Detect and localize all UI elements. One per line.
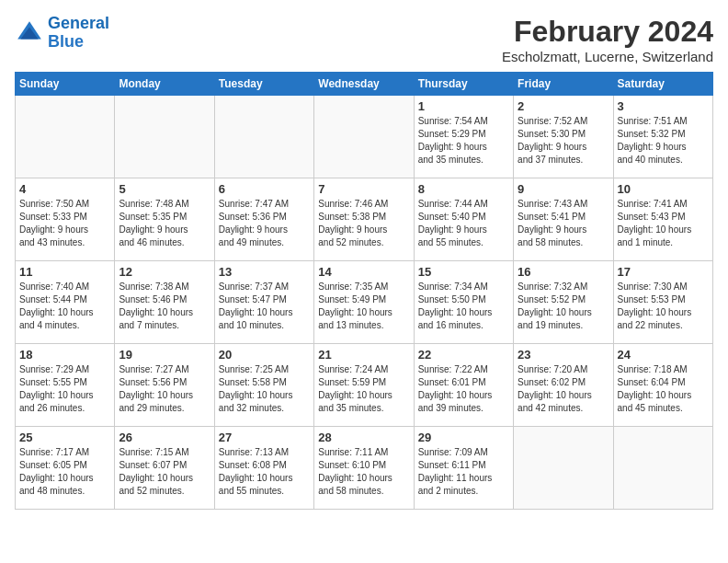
day-number: 23 <box>518 348 609 362</box>
header-day-monday: Monday <box>115 73 214 96</box>
day-info: Sunrise: 7:17 AM Sunset: 6:05 PM Dayligh… <box>19 446 110 498</box>
header-day-wednesday: Wednesday <box>314 73 414 96</box>
calendar-cell: 4Sunrise: 7:50 AM Sunset: 5:33 PM Daylig… <box>16 178 115 261</box>
week-row-5: 25Sunrise: 7:17 AM Sunset: 6:05 PM Dayli… <box>16 427 713 510</box>
calendar-cell: 14Sunrise: 7:35 AM Sunset: 5:49 PM Dayli… <box>314 261 414 344</box>
calendar-cell: 12Sunrise: 7:38 AM Sunset: 5:46 PM Dayli… <box>115 261 214 344</box>
day-info: Sunrise: 7:11 AM Sunset: 6:10 PM Dayligh… <box>318 446 409 498</box>
day-info: Sunrise: 7:52 AM Sunset: 5:30 PM Dayligh… <box>518 115 609 167</box>
day-number: 3 <box>618 99 709 113</box>
calendar-cell: 10Sunrise: 7:41 AM Sunset: 5:43 PM Dayli… <box>613 178 712 261</box>
day-info: Sunrise: 7:41 AM Sunset: 5:43 PM Dayligh… <box>618 198 709 249</box>
calendar-cell <box>214 96 313 178</box>
day-number: 17 <box>618 265 709 279</box>
week-row-3: 11Sunrise: 7:40 AM Sunset: 5:44 PM Dayli… <box>16 261 713 344</box>
week-row-2: 4Sunrise: 7:50 AM Sunset: 5:33 PM Daylig… <box>16 178 713 261</box>
calendar-cell <box>613 427 712 510</box>
day-info: Sunrise: 7:20 AM Sunset: 6:02 PM Dayligh… <box>518 363 609 415</box>
day-number: 18 <box>19 348 110 362</box>
day-info: Sunrise: 7:18 AM Sunset: 6:04 PM Dayligh… <box>618 363 709 415</box>
day-number: 12 <box>119 265 210 279</box>
day-number: 28 <box>318 431 409 444</box>
calendar-cell: 5Sunrise: 7:48 AM Sunset: 5:35 PM Daylig… <box>115 178 214 261</box>
day-info: Sunrise: 7:54 AM Sunset: 5:29 PM Dayligh… <box>418 115 509 167</box>
calendar-cell: 28Sunrise: 7:11 AM Sunset: 6:10 PM Dayli… <box>314 427 414 510</box>
week-row-1: 1Sunrise: 7:54 AM Sunset: 5:29 PM Daylig… <box>16 96 713 178</box>
day-number: 10 <box>618 182 709 196</box>
calendar-cell: 3Sunrise: 7:51 AM Sunset: 5:32 PM Daylig… <box>613 96 712 178</box>
calendar-cell <box>115 96 214 178</box>
day-number: 19 <box>119 348 210 362</box>
logo-icon <box>15 18 44 48</box>
calendar-cell <box>514 427 613 510</box>
calendar-cell: 19Sunrise: 7:27 AM Sunset: 5:56 PM Dayli… <box>115 344 214 427</box>
calendar-body: 1Sunrise: 7:54 AM Sunset: 5:29 PM Daylig… <box>16 96 713 510</box>
day-info: Sunrise: 7:22 AM Sunset: 6:01 PM Dayligh… <box>418 363 509 415</box>
day-info: Sunrise: 7:43 AM Sunset: 5:41 PM Dayligh… <box>518 198 609 249</box>
day-info: Sunrise: 7:09 AM Sunset: 6:11 PM Dayligh… <box>418 446 509 498</box>
day-number: 21 <box>318 348 409 362</box>
calendar-cell: 9Sunrise: 7:43 AM Sunset: 5:41 PM Daylig… <box>514 178 613 261</box>
logo: General Blue <box>15 15 109 52</box>
calendar-cell: 6Sunrise: 7:47 AM Sunset: 5:36 PM Daylig… <box>214 178 313 261</box>
day-info: Sunrise: 7:34 AM Sunset: 5:50 PM Dayligh… <box>418 281 509 332</box>
calendar-cell: 17Sunrise: 7:30 AM Sunset: 5:53 PM Dayli… <box>613 261 712 344</box>
header-day-sunday: Sunday <box>16 73 115 96</box>
day-info: Sunrise: 7:44 AM Sunset: 5:40 PM Dayligh… <box>418 198 509 249</box>
day-number: 14 <box>318 265 409 279</box>
day-number: 13 <box>219 265 310 279</box>
day-number: 4 <box>19 182 110 196</box>
calendar-header: SundayMondayTuesdayWednesdayThursdayFrid… <box>16 73 713 96</box>
title-block: February 2024 Escholzmatt, Lucerne, Swit… <box>502 15 713 64</box>
header-day-saturday: Saturday <box>613 73 712 96</box>
calendar-cell: 15Sunrise: 7:34 AM Sunset: 5:50 PM Dayli… <box>414 261 513 344</box>
day-number: 20 <box>219 348 310 362</box>
day-info: Sunrise: 7:25 AM Sunset: 5:58 PM Dayligh… <box>219 363 310 415</box>
day-info: Sunrise: 7:35 AM Sunset: 5:49 PM Dayligh… <box>318 281 409 332</box>
day-number: 1 <box>418 99 509 113</box>
calendar-cell: 20Sunrise: 7:25 AM Sunset: 5:58 PM Dayli… <box>214 344 313 427</box>
day-number: 8 <box>418 182 509 196</box>
calendar-cell: 25Sunrise: 7:17 AM Sunset: 6:05 PM Dayli… <box>16 427 115 510</box>
page-header: General Blue February 2024 Escholzmatt, … <box>15 15 713 64</box>
day-number: 16 <box>518 265 609 279</box>
header-day-thursday: Thursday <box>414 73 513 96</box>
day-number: 6 <box>219 182 310 196</box>
calendar-cell: 24Sunrise: 7:18 AM Sunset: 6:04 PM Dayli… <box>613 344 712 427</box>
calendar-cell: 7Sunrise: 7:46 AM Sunset: 5:38 PM Daylig… <box>314 178 414 261</box>
day-info: Sunrise: 7:32 AM Sunset: 5:52 PM Dayligh… <box>518 281 609 332</box>
day-info: Sunrise: 7:48 AM Sunset: 5:35 PM Dayligh… <box>119 198 210 249</box>
calendar-cell: 2Sunrise: 7:52 AM Sunset: 5:30 PM Daylig… <box>514 96 613 178</box>
calendar-cell: 23Sunrise: 7:20 AM Sunset: 6:02 PM Dayli… <box>514 344 613 427</box>
day-number: 22 <box>418 348 509 362</box>
day-info: Sunrise: 7:51 AM Sunset: 5:32 PM Dayligh… <box>618 115 709 167</box>
day-info: Sunrise: 7:15 AM Sunset: 6:07 PM Dayligh… <box>119 446 210 498</box>
calendar: SundayMondayTuesdayWednesdayThursdayFrid… <box>15 72 713 510</box>
calendar-cell <box>16 96 115 178</box>
logo-general: General <box>48 14 109 32</box>
header-row: SundayMondayTuesdayWednesdayThursdayFrid… <box>16 73 713 96</box>
calendar-cell: 29Sunrise: 7:09 AM Sunset: 6:11 PM Dayli… <box>414 427 513 510</box>
day-number: 15 <box>418 265 509 279</box>
day-info: Sunrise: 7:29 AM Sunset: 5:55 PM Dayligh… <box>19 363 110 415</box>
week-row-4: 18Sunrise: 7:29 AM Sunset: 5:55 PM Dayli… <box>16 344 713 427</box>
calendar-cell: 21Sunrise: 7:24 AM Sunset: 5:59 PM Dayli… <box>314 344 414 427</box>
day-number: 11 <box>19 265 110 279</box>
calendar-cell: 8Sunrise: 7:44 AM Sunset: 5:40 PM Daylig… <box>414 178 513 261</box>
day-info: Sunrise: 7:47 AM Sunset: 5:36 PM Dayligh… <box>219 198 310 249</box>
day-info: Sunrise: 7:24 AM Sunset: 5:59 PM Dayligh… <box>318 363 409 415</box>
day-number: 25 <box>19 431 110 444</box>
calendar-cell: 11Sunrise: 7:40 AM Sunset: 5:44 PM Dayli… <box>16 261 115 344</box>
day-number: 24 <box>618 348 709 362</box>
logo-blue: Blue <box>48 33 109 52</box>
day-number: 29 <box>418 431 509 444</box>
header-day-friday: Friday <box>514 73 613 96</box>
day-info: Sunrise: 7:37 AM Sunset: 5:47 PM Dayligh… <box>219 281 310 332</box>
day-number: 2 <box>518 99 609 113</box>
calendar-cell: 1Sunrise: 7:54 AM Sunset: 5:29 PM Daylig… <box>414 96 513 178</box>
logo-text: General Blue <box>48 15 109 52</box>
day-info: Sunrise: 7:50 AM Sunset: 5:33 PM Dayligh… <box>19 198 110 249</box>
header-day-tuesday: Tuesday <box>214 73 313 96</box>
day-number: 9 <box>518 182 609 196</box>
calendar-cell: 18Sunrise: 7:29 AM Sunset: 5:55 PM Dayli… <box>16 344 115 427</box>
